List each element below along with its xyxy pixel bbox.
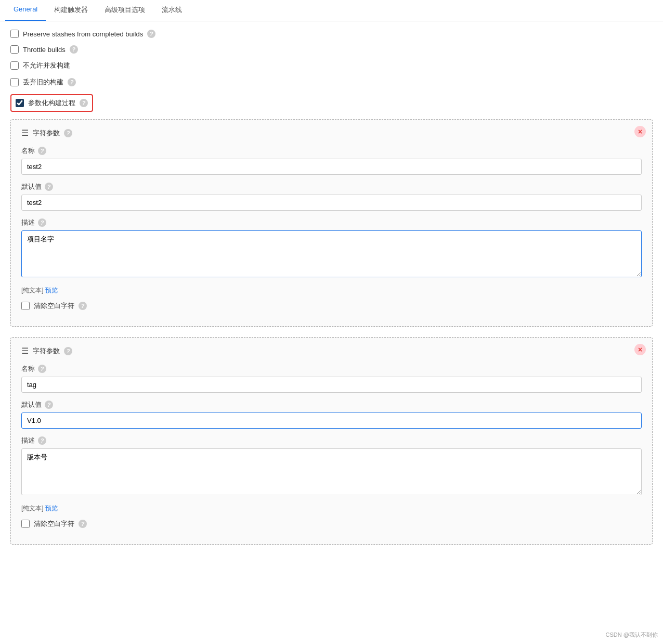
watermark: CSDN @我认不到你 — [606, 631, 658, 639]
main-content: Preserve stashes from completed builds ?… — [0, 21, 663, 644]
param1-default-help-icon[interactable]: ? — [45, 183, 53, 191]
preserve-stashes-row: Preserve stashes from completed builds ? — [10, 30, 653, 38]
discard-old-checkbox[interactable] — [10, 78, 19, 86]
disallow-concurrent-row: 不允许并发构建 — [10, 61, 653, 70]
discard-old-help-icon[interactable]: ? — [68, 78, 76, 86]
discard-old-row: 丢弃旧的构建 ? — [10, 78, 653, 87]
param2-preview-link[interactable]: 预览 — [45, 505, 58, 512]
param2-header: ☰ 字符参数 ? — [21, 346, 642, 356]
param1-name-label-row: 名称 ? — [21, 146, 642, 156]
param1-desc-textarea[interactable]: 项目名字 — [21, 230, 642, 277]
param1-preview-row: [纯文本] 预览 — [21, 286, 642, 295]
param2-desc-label-row: 描述 ? — [21, 436, 642, 445]
preserve-stashes-label: Preserve stashes from completed builds — [23, 30, 143, 38]
param2-desc-textarea[interactable]: 版本号 — [21, 448, 642, 495]
throttle-builds-help-icon[interactable]: ? — [70, 45, 78, 54]
param2-trim-checkbox[interactable] — [21, 520, 30, 528]
disallow-concurrent-label: 不允许并发构建 — [23, 61, 70, 70]
param2-default-label: 默认值 — [21, 400, 42, 409]
disallow-concurrent-checkbox[interactable] — [10, 61, 19, 70]
param1-desc-label-row: 描述 ? — [21, 218, 642, 227]
param2-desc-group: 描述 ? 版本号 — [21, 436, 642, 497]
param1-trim-checkbox[interactable] — [21, 302, 30, 310]
tab-bar: General 构建触发器 高级项目选项 流水线 — [0, 0, 663, 21]
param1-desc-label: 描述 — [21, 218, 35, 227]
discard-old-label: 丢弃旧的构建 — [23, 78, 63, 87]
param1-trim-label: 清除空白字符 — [34, 301, 74, 311]
param1-desc-help-icon[interactable]: ? — [38, 218, 46, 227]
param2-default-group: 默认值 ? — [21, 400, 642, 429]
param2-close-button[interactable]: × — [634, 344, 646, 355]
throttle-builds-row: Throttle builds ? — [10, 45, 653, 54]
param1-close-button[interactable]: × — [634, 126, 646, 137]
param-section-2: ☰ 字符参数 ? × 名称 ? 默认值 ? 描述 ? — [10, 337, 653, 545]
param2-help-icon[interactable]: ? — [64, 347, 72, 355]
param1-default-input[interactable] — [21, 195, 642, 211]
preserve-stashes-help-icon[interactable]: ? — [147, 30, 155, 38]
param1-help-icon[interactable]: ? — [64, 129, 72, 137]
param1-name-label: 名称 — [21, 146, 35, 156]
param2-trim-label: 清除空白字符 — [34, 519, 74, 529]
param2-name-input[interactable] — [21, 377, 642, 393]
param2-preview-prefix: [纯文本] — [21, 505, 44, 512]
param2-trim-row: 清除空白字符 ? — [21, 519, 642, 529]
tab-general[interactable]: General — [5, 0, 46, 21]
tab-trigger[interactable]: 构建触发器 — [46, 0, 96, 21]
param2-type-label: 字符参数 — [33, 346, 60, 356]
param2-desc-help-icon[interactable]: ? — [38, 436, 46, 445]
param1-preview-prefix: [纯文本] — [21, 287, 44, 294]
param1-name-help-icon[interactable]: ? — [38, 147, 46, 155]
param1-drag-icon: ☰ — [21, 128, 29, 138]
param1-default-group: 默认值 ? — [21, 182, 642, 211]
param1-desc-group: 描述 ? 项目名字 — [21, 218, 642, 279]
param2-default-label-row: 默认值 ? — [21, 400, 642, 409]
parameterized-build-label: 参数化构建过程 — [28, 98, 75, 108]
parameterized-build-checkbox[interactable] — [16, 99, 24, 107]
param1-type-label: 字符参数 — [33, 128, 60, 138]
parameterized-build-row: 参数化构建过程 ? — [10, 94, 93, 112]
tab-advanced[interactable]: 高级项目选项 — [96, 0, 153, 21]
tab-pipeline[interactable]: 流水线 — [153, 0, 190, 21]
parameterized-build-help-icon[interactable]: ? — [80, 99, 88, 107]
param1-default-label: 默认值 — [21, 182, 42, 191]
param2-trim-help-icon[interactable]: ? — [79, 520, 87, 528]
param2-default-input[interactable] — [21, 413, 642, 429]
throttle-builds-label: Throttle builds — [23, 46, 66, 54]
param1-default-label-row: 默认值 ? — [21, 182, 642, 191]
param1-trim-row: 清除空白字符 ? — [21, 301, 642, 311]
param2-name-group: 名称 ? — [21, 364, 642, 393]
param2-name-help-icon[interactable]: ? — [38, 365, 46, 373]
param2-default-help-icon[interactable]: ? — [45, 401, 53, 409]
param2-name-label-row: 名称 ? — [21, 364, 642, 373]
param2-preview-row: [纯文本] 预览 — [21, 504, 642, 513]
param1-header: ☰ 字符参数 ? — [21, 128, 642, 138]
param1-name-group: 名称 ? — [21, 146, 642, 175]
param2-drag-icon: ☰ — [21, 346, 29, 356]
param-section-1: ☰ 字符参数 ? × 名称 ? 默认值 ? 描述 ? — [10, 119, 653, 327]
param1-preview-link[interactable]: 预览 — [45, 287, 58, 294]
param2-desc-label: 描述 — [21, 436, 35, 445]
param1-name-input[interactable] — [21, 159, 642, 175]
throttle-builds-checkbox[interactable] — [10, 45, 19, 54]
param2-name-label: 名称 — [21, 364, 35, 373]
param1-trim-help-icon[interactable]: ? — [79, 302, 87, 310]
preserve-stashes-checkbox[interactable] — [10, 30, 19, 38]
